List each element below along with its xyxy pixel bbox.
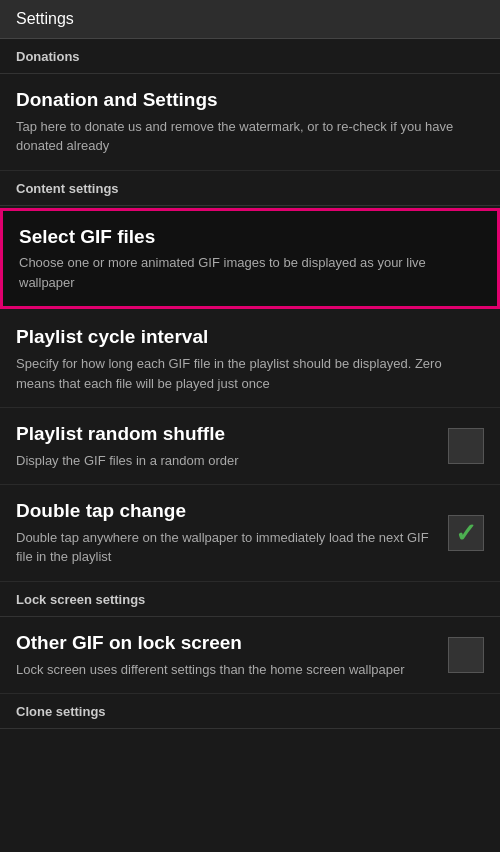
settings-item-title-double-tap: Double tap change bbox=[16, 499, 438, 524]
settings-item-select-gif[interactable]: Select GIF filesChoose one or more anima… bbox=[0, 208, 500, 310]
settings-item-content-playlist-shuffle: Playlist random shuffleDisplay the GIF f… bbox=[16, 422, 448, 470]
settings-item-title-select-gif: Select GIF files bbox=[19, 225, 471, 250]
settings-item-summary-other-gif-lock: Lock screen uses different settings than… bbox=[16, 660, 438, 680]
settings-item-summary-select-gif: Choose one or more animated GIF images t… bbox=[19, 253, 471, 292]
section-header-text-content-settings: Content settings bbox=[16, 181, 119, 196]
checkmark-double-tap: ✓ bbox=[455, 520, 477, 546]
section-header-lock-screen-settings: Lock screen settings bbox=[0, 582, 500, 617]
settings-item-summary-playlist-cycle: Specify for how long each GIF file in th… bbox=[16, 354, 474, 393]
settings-item-summary-donation-settings: Tap here to donate us and remove the wat… bbox=[16, 117, 474, 156]
settings-item-content-double-tap: Double tap changeDouble tap anywhere on … bbox=[16, 499, 448, 567]
settings-item-double-tap[interactable]: Double tap changeDouble tap anywhere on … bbox=[0, 485, 500, 582]
settings-item-title-playlist-shuffle: Playlist random shuffle bbox=[16, 422, 438, 447]
section-header-clone-settings: Clone settings bbox=[0, 694, 500, 729]
settings-item-content-donation-settings: Donation and SettingsTap here to donate … bbox=[16, 88, 484, 156]
section-header-text-clone-settings: Clone settings bbox=[16, 704, 106, 719]
settings-item-donation-settings[interactable]: Donation and SettingsTap here to donate … bbox=[0, 74, 500, 171]
settings-container: DonationsDonation and SettingsTap here t… bbox=[0, 39, 500, 729]
settings-item-title-donation-settings: Donation and Settings bbox=[16, 88, 474, 113]
title-bar: Settings bbox=[0, 0, 500, 39]
checkbox-playlist-shuffle[interactable] bbox=[448, 428, 484, 464]
settings-item-title-other-gif-lock: Other GIF on lock screen bbox=[16, 631, 438, 656]
settings-item-other-gif-lock[interactable]: Other GIF on lock screenLock screen uses… bbox=[0, 617, 500, 694]
title-bar-text: Settings bbox=[16, 10, 74, 27]
checkbox-double-tap[interactable]: ✓ bbox=[448, 515, 484, 551]
settings-item-content-select-gif: Select GIF filesChoose one or more anima… bbox=[19, 225, 481, 293]
settings-item-title-playlist-cycle: Playlist cycle interval bbox=[16, 325, 474, 350]
settings-item-summary-playlist-shuffle: Display the GIF files in a random order bbox=[16, 451, 438, 471]
section-header-donations: Donations bbox=[0, 39, 500, 74]
settings-item-content-playlist-cycle: Playlist cycle intervalSpecify for how l… bbox=[16, 325, 484, 393]
settings-item-content-other-gif-lock: Other GIF on lock screenLock screen uses… bbox=[16, 631, 448, 679]
settings-item-playlist-cycle[interactable]: Playlist cycle intervalSpecify for how l… bbox=[0, 311, 500, 408]
settings-item-playlist-shuffle[interactable]: Playlist random shuffleDisplay the GIF f… bbox=[0, 408, 500, 485]
checkbox-other-gif-lock[interactable] bbox=[448, 637, 484, 673]
section-header-content-settings: Content settings bbox=[0, 171, 500, 206]
settings-item-summary-double-tap: Double tap anywhere on the wallpaper to … bbox=[16, 528, 438, 567]
section-header-text-donations: Donations bbox=[16, 49, 80, 64]
section-header-text-lock-screen-settings: Lock screen settings bbox=[16, 592, 145, 607]
